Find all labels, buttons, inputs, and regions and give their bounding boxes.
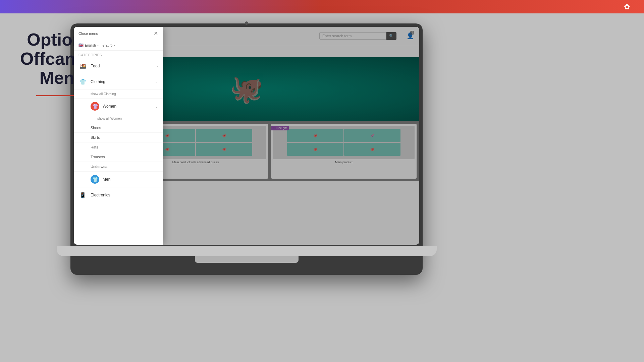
sidebar-item-trousers[interactable]: Trousers xyxy=(74,152,163,162)
men-icon: 👕 xyxy=(91,175,99,184)
close-menu-label: Close menu xyxy=(78,32,98,36)
sidebar-item-clothing[interactable]: 👕 Clothing ⌄ xyxy=(74,74,163,90)
shoes-label: Shoes xyxy=(91,126,158,130)
women-label: Women xyxy=(103,104,155,109)
electronics-icon: 📱 xyxy=(78,191,87,199)
flag-icon: 🇬🇧 xyxy=(78,43,84,48)
men-label: Men xyxy=(103,177,158,182)
sidebar-item-electronics[interactable]: 📱 Electronics xyxy=(74,187,163,203)
offcanvas-header: Close menu ✕ xyxy=(74,27,163,40)
offcanvas-menu: Close menu ✕ 🇬🇧 English ▾ € Euro ▾ xyxy=(74,27,163,245)
skirts-label: Skirts xyxy=(91,135,158,139)
sidebar-item-hats[interactable]: Hats xyxy=(74,142,163,152)
website: hausburg.net Enter search term... 🔍 👤 ▦ … xyxy=(74,27,419,245)
top-gradient-bar: ✿ xyxy=(0,0,644,13)
sidebar-item-skirts[interactable]: Skirts xyxy=(74,133,163,142)
sidebar-item-shoes[interactable]: Shoes xyxy=(74,123,163,133)
underwear-label: Underwear xyxy=(91,165,158,169)
food-arrow-icon: › xyxy=(157,64,158,68)
sidebar-item-underwear[interactable]: Underwear xyxy=(74,162,163,172)
sidebar-item-men[interactable]: 👕 Men xyxy=(74,172,163,187)
currency-label: € Euro xyxy=(103,44,112,47)
language-selector[interactable]: 🇬🇧 English ▾ xyxy=(78,43,99,48)
currency-chevron-icon: ▾ xyxy=(114,44,115,47)
electronics-label: Electronics xyxy=(91,193,158,197)
laptop-base xyxy=(57,246,437,256)
laptop-screen: hausburg.net Enter search term... 🔍 👤 ▦ … xyxy=(74,27,419,245)
scene: Optional Offcanvas Menu hausburg.net Ent… xyxy=(0,13,644,362)
close-menu-button[interactable]: ✕ xyxy=(154,30,158,37)
currency-selector[interactable]: € Euro ▾ xyxy=(103,44,115,47)
sidebar-item-women[interactable]: 👚 Women ⌄ xyxy=(74,99,163,114)
women-chevron-icon: ⌄ xyxy=(155,104,158,109)
sidebar-item-food[interactable]: 🍱 Food › xyxy=(74,58,163,74)
women-icon: 👚 xyxy=(91,102,99,111)
trousers-label: Trousers xyxy=(91,155,158,159)
show-all-clothing[interactable]: show all Clothing xyxy=(74,90,163,99)
laptop-frame: hausburg.net Enter search term... 🔍 👤 ▦ … xyxy=(70,23,423,275)
lang-currency-row: 🇬🇧 English ▾ € Euro ▾ xyxy=(74,40,163,51)
categories-label: Categories xyxy=(74,51,163,58)
top-bar-logo: ✿ xyxy=(624,3,634,11)
clothing-chevron-icon: ⌄ xyxy=(155,80,158,84)
laptop-stand xyxy=(195,256,299,263)
clothing-icon: 👕 xyxy=(78,77,87,86)
lang-chevron-icon: ▾ xyxy=(97,44,99,47)
clothing-label: Clothing xyxy=(91,79,155,84)
food-icon: 🍱 xyxy=(78,62,87,70)
food-label: Food xyxy=(91,64,157,68)
language-label: English xyxy=(85,44,96,47)
laptop-camera xyxy=(245,21,248,25)
show-all-women[interactable]: show all Women xyxy=(74,114,163,123)
hats-label: Hats xyxy=(91,145,158,149)
